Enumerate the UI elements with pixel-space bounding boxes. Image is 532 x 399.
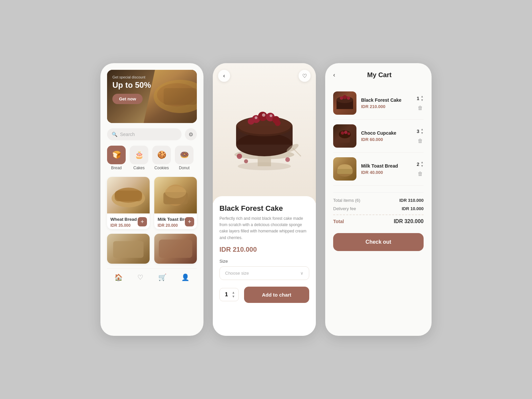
home-screen: Get special discount Up to 50% Get now 🔍… [100, 63, 203, 336]
cart-delete-1[interactable]: 🗑 [418, 138, 423, 144]
size-select[interactable]: Choose size ∨ [219, 266, 309, 280]
total-label: Total [333, 219, 344, 224]
product3-image [107, 234, 150, 264]
svg-point-26 [270, 114, 272, 117]
svg-point-34 [340, 96, 343, 100]
svg-rect-44 [337, 169, 352, 174]
add-wheat-bread-button[interactable]: + [138, 217, 147, 226]
checkout-button[interactable]: Check out [333, 233, 424, 251]
cart-qty-arrows-2: ▲ ▼ [421, 161, 424, 168]
cookies-icon-box: 🍪 [152, 146, 171, 164]
cakes-label: Cakes [133, 166, 145, 170]
quantity-box: 1 ▲ ▼ [219, 288, 239, 301]
product-detail-container: ‹ ♡ [213, 63, 316, 336]
svg-point-23 [275, 120, 281, 126]
filter-icon[interactable]: ⚙ [185, 128, 197, 140]
cart-qty-num-2: 2 [417, 162, 419, 167]
add-to-cart-button[interactable]: Add to chart [244, 287, 309, 303]
total-items-row: Total items (6) IDR 310.000 [333, 198, 424, 203]
favorite-button[interactable]: ♡ [299, 70, 311, 82]
svg-point-24 [255, 116, 257, 119]
chevron-down-icon: ∨ [300, 271, 304, 276]
svg-point-40 [344, 131, 347, 134]
cart-item-qty-2: 2 ▲ ▼ 🗑 [417, 161, 424, 177]
banner-title: Up to 50% [112, 80, 151, 90]
products-grid: Wheat Bread IDR 35.000 + Milk Toast Brea… [107, 177, 197, 264]
cart-item-img-0 [333, 91, 356, 115]
total-items-label: Total items (6) [333, 198, 360, 203]
cart-qty-display-2: 2 ▲ ▼ [417, 161, 424, 168]
product-card-wheat[interactable]: Wheat Bread IDR 35.000 + [107, 177, 150, 229]
cart-qty-down-0[interactable]: ▼ [421, 99, 424, 102]
cart-item-name-0: Black Forest Cake [361, 97, 412, 103]
cart-qty-up-2[interactable]: ▲ [421, 161, 424, 164]
cart-qty-display-0: 1 ▲ ▼ [417, 95, 424, 102]
cart-qty-up-1[interactable]: ▲ [421, 128, 424, 131]
qty-up-arrow[interactable]: ▲ [232, 291, 235, 294]
quantity-arrows: ▲ ▼ [232, 291, 235, 298]
svg-point-8 [165, 186, 186, 199]
donut-icon-box: 🍩 [175, 146, 194, 164]
profile-nav-icon[interactable]: 👤 [181, 273, 190, 281]
cart-qty-arrows-1: ▲ ▼ [421, 128, 424, 135]
svg-point-39 [341, 131, 344, 135]
size-label: Size [219, 259, 309, 264]
product-card-3[interactable] [107, 234, 150, 264]
quantity-value: 1 [223, 292, 230, 298]
home-nav-icon[interactable]: 🏠 [114, 273, 123, 281]
svg-rect-2 [164, 88, 197, 105]
qty-down-arrow[interactable]: ▼ [232, 295, 235, 298]
category-donut[interactable]: 🍩 Donut [175, 146, 194, 170]
cakes-icon-box: 🎂 [130, 146, 148, 164]
category-cakes[interactable]: 🎂 Cakes [130, 146, 148, 170]
cart-qty-num-1: 3 [417, 129, 419, 134]
svg-point-22 [248, 118, 254, 125]
get-now-button[interactable]: Get now [112, 94, 143, 104]
cart-summary: Total items (6) IDR 310.000 Delivery fee… [333, 192, 424, 251]
banner-subtitle: Get special discount [112, 75, 151, 79]
add-milk-toast-button[interactable]: + [185, 217, 194, 226]
bread-thumbnail [333, 157, 356, 181]
cart-nav-icon[interactable]: 🛒 [158, 273, 167, 281]
search-placeholder: Search [120, 132, 135, 137]
cart-title: My Cart [335, 71, 424, 79]
delivery-label: Delivery fee [333, 206, 356, 211]
cart-qty-down-1[interactable]: ▼ [421, 132, 424, 135]
summary-divider [333, 214, 424, 215]
cart-qty-up-0[interactable]: ▲ [421, 95, 424, 98]
svg-point-41 [347, 132, 350, 135]
categories-row: 🍞 Bread 🎂 Cakes 🍪 Cookies 🍩 Donut [107, 146, 197, 170]
search-input[interactable]: 🔍 Search [107, 128, 182, 140]
cart-qty-down-2[interactable]: ▼ [421, 165, 424, 168]
total-items-value: IDR 310.000 [399, 198, 424, 203]
cart-header: ‹ My Cart [333, 71, 424, 79]
svg-point-36 [347, 96, 350, 100]
bottom-nav: 🏠 ♡ 🛒 👤 [107, 268, 197, 283]
product-card-4[interactable] [154, 234, 197, 264]
cart-qty-num-0: 1 [417, 96, 419, 101]
cart-qty-arrows-0: ▲ ▼ [421, 95, 424, 102]
cart-qty-display-1: 3 ▲ ▼ [417, 128, 424, 135]
cookies-label: Cookies [154, 166, 169, 170]
size-placeholder: Choose size [225, 271, 249, 276]
bread-label: Bread [111, 166, 122, 170]
delivery-row: Delivery fee IDR 10.000 [333, 206, 424, 211]
product-card-milk[interactable]: Milk Toast Bread IDR 20.000 + [154, 177, 197, 229]
search-icon: 🔍 [112, 132, 117, 137]
detail-hero: ‹ ♡ [213, 63, 316, 203]
qty-add-row: 1 ▲ ▼ Add to chart [219, 287, 309, 303]
cart-delete-2[interactable]: 🗑 [418, 171, 423, 177]
cart-delete-0[interactable]: 🗑 [418, 105, 423, 111]
cart-items-list: Black Forest Cake IDR 210.000 1 ▲ ▼ 🗑 [333, 87, 424, 186]
back-button[interactable]: ‹ [218, 70, 230, 82]
total-row: Total IDR 320.000 [333, 218, 424, 224]
cart-item-price-2: IDR 40.000 [361, 170, 412, 175]
delivery-value: IDR 10.000 [402, 206, 424, 211]
category-bread[interactable]: 🍞 Bread [107, 146, 126, 170]
cart-item-1: Choco Cupcake IDR 60.000 3 ▲ ▼ 🗑 [333, 120, 424, 153]
cart-item-info-1: Choco Cupcake IDR 60.000 [361, 130, 412, 142]
svg-rect-10 [159, 240, 193, 258]
category-cookies[interactable]: 🍪 Cookies [152, 146, 171, 170]
svg-point-29 [285, 157, 290, 162]
favorites-nav-icon[interactable]: ♡ [137, 273, 143, 281]
